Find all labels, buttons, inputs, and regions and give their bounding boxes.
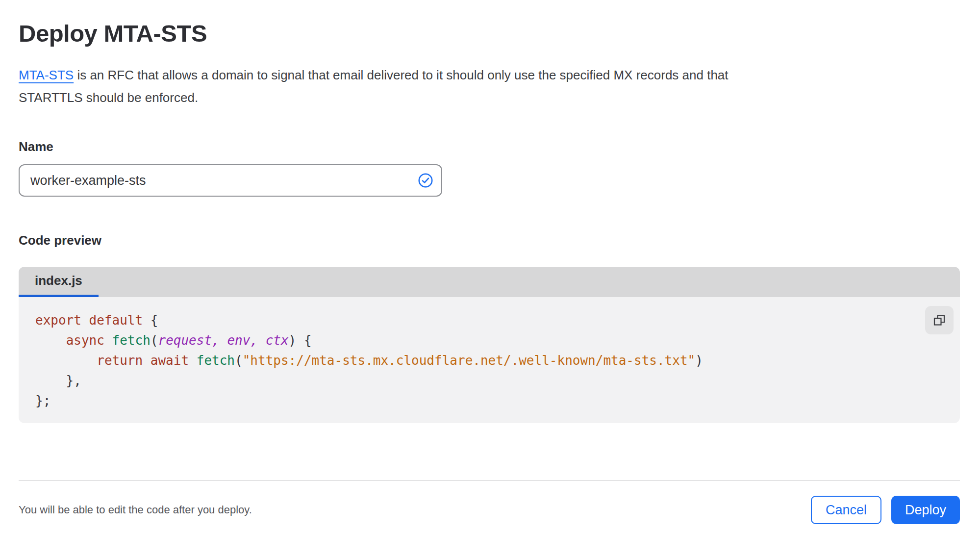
code-line: export default { [35,310,916,330]
tab-index-js[interactable]: index.js [19,267,99,297]
code-preview-label: Code preview [19,233,960,248]
mta-sts-link[interactable]: MTA-STS [19,68,74,82]
copy-button[interactable] [925,306,954,334]
code-line: return await fetch("https://mta-sts.mx.c… [35,351,916,371]
tab-index-js-label: index.js [35,273,82,288]
deploy-button[interactable]: Deploy [891,496,960,524]
code-line: }; [35,391,916,411]
footer-buttons: Cancel Deploy [811,496,960,524]
code-tab-bar: index.js [19,267,960,297]
intro-text: MTA-STS is an RFC that allows a domain t… [19,64,744,109]
footer-divider [19,480,960,481]
footer-bar: You will be able to edit the code after … [19,496,960,524]
name-label: Name [19,139,960,154]
code-editor-area: export default { async fetch(request, en… [19,297,960,423]
code-lines: export default { async fetch(request, en… [35,310,916,411]
deploy-mta-sts-page: Deploy MTA-STS MTA-STS is an RFC that al… [0,20,980,524]
intro-text-body: is an RFC that allows a domain to signal… [19,68,729,105]
check-circle-icon [418,173,433,188]
name-input-wrap [19,164,442,197]
page-title: Deploy MTA-STS [19,20,960,47]
code-line: }, [35,371,916,391]
cancel-button[interactable]: Cancel [811,496,881,524]
footer-note: You will be able to edit the code after … [19,504,252,516]
code-preview-box: index.js export default { async fetch(re… [19,267,960,423]
code-line: async fetch(request, env, ctx) { [35,330,916,351]
name-input[interactable] [19,164,442,197]
copy-icon [932,313,947,328]
